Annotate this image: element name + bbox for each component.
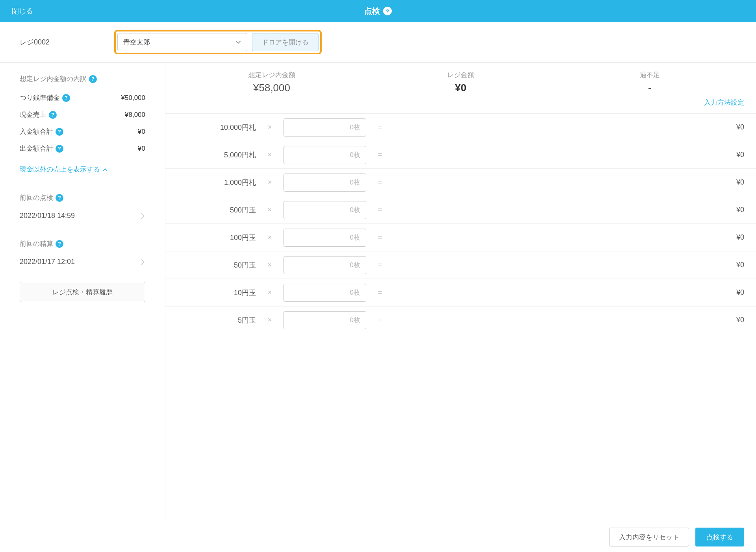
multiply-icon: × [256,288,284,297]
equals-icon: = [366,123,394,131]
equals-icon: = [366,233,394,242]
denomination-input[interactable] [284,118,366,137]
multiply-icon: × [256,316,284,324]
denomination-list: 10,000円札×=¥05,000円札×=¥01,000円札×=¥0500円玉×… [165,113,756,334]
denomination-input[interactable] [284,284,366,302]
highlighted-controls: 青空太郎 ドロアを開ける [114,30,322,54]
title-text: 点検 [364,6,380,17]
multiply-icon: × [256,233,284,242]
breakdown-value: ¥0 [138,145,145,153]
history-button[interactable]: レジ点検・精算履歴 [20,282,145,302]
open-drawer-button[interactable]: ドロアを開ける [252,33,319,51]
multiply-icon: × [256,261,284,269]
multiply-icon: × [256,178,284,186]
denomination-total: ¥0 [394,233,744,242]
denomination-row: 1,000円札×=¥0 [165,168,756,196]
last-settlement-row[interactable]: 2022/01/17 12:01 [20,254,145,274]
denomination-row: 10,000円札×=¥0 [165,113,756,141]
breakdown-item: 出金額合計? ¥0 [20,140,145,157]
expected-label: 想定レジ内金額 [177,70,366,79]
denomination-total: ¥0 [394,288,744,297]
sidebar: 想定レジ内金額の内訳 ? つり銭準備金? ¥50,000 現金売上? ¥8,00… [0,63,165,536]
help-icon[interactable]: ? [89,75,97,83]
summary-row: 想定レジ内金額 ¥58,000 レジ金額 ¥0 過不足 - [165,63,756,98]
denomination-input[interactable] [284,256,366,274]
toggle-noncash-sales[interactable]: 現金以外の売上を表示する [20,165,145,174]
equals-icon: = [366,206,394,214]
actual-value: ¥0 [366,82,555,94]
denomination-row: 5,000円札×=¥0 [165,141,756,168]
breakdown-item: 現金売上? ¥8,000 [20,106,145,123]
last-check-value: 2022/01/18 14:59 [20,212,75,220]
denomination-input[interactable] [284,174,366,192]
chevron-right-icon [141,258,145,266]
equals-icon: = [366,316,394,324]
diff-amount: 過不足 - [555,70,744,94]
equals-icon: = [366,261,394,269]
staff-select[interactable]: 青空太郎 [117,33,247,51]
denomination-total: ¥0 [394,178,744,186]
denomination-label: 100円玉 [177,233,256,242]
denomination-row: 100円玉×=¥0 [165,223,756,251]
help-icon[interactable]: ? [56,145,63,153]
last-check-title: 前回の点検 ? [20,193,145,202]
equals-icon: = [366,288,394,297]
chevron-up-icon [102,167,108,172]
help-icon[interactable]: ? [56,194,63,202]
last-settlement-value: 2022/01/17 12:01 [20,258,75,266]
help-icon[interactable]: ? [56,240,63,248]
reset-button[interactable]: 入力内容をリセット [609,528,689,536]
breakdown-label: つり銭準備金? [20,93,70,102]
main-area: 想定レジ内金額 ¥58,000 レジ金額 ¥0 過不足 - 入力方法設定 10,… [165,63,756,536]
breakdown-label: 入金額合計? [20,127,63,136]
last-check-row[interactable]: 2022/01/18 14:59 [20,208,145,228]
input-method-setting-link[interactable]: 入力方法設定 [704,99,744,106]
page-title: 点検 ? [364,6,392,17]
breakdown-value: ¥50,000 [121,94,145,102]
chevron-down-icon [235,39,241,45]
submit-button[interactable]: 点検する [695,528,744,536]
denomination-label: 1,000円札 [177,178,256,187]
actual-amount: レジ金額 ¥0 [366,70,555,94]
denomination-row: 5円玉×=¥0 [165,306,756,334]
footer: 入力内容をリセット 点検する [0,522,756,536]
equals-icon: = [366,178,394,186]
denomination-row: 50円玉×=¥0 [165,251,756,279]
denomination-total: ¥0 [394,316,744,324]
denomination-total: ¥0 [394,151,744,159]
denomination-input[interactable] [284,311,366,329]
denomination-label: 50円玉 [177,260,256,270]
denomination-label: 5,000円札 [177,150,256,160]
denomination-row: 10円玉×=¥0 [165,279,756,306]
denomination-row: 500円玉×=¥0 [165,196,756,223]
last-settlement-title: 前回の精算 ? [20,239,145,248]
register-label: レジ0002 [20,37,106,47]
multiply-icon: × [256,151,284,159]
breakdown-title: 想定レジ内金額の内訳 ? [20,74,145,83]
breakdown-item: つり銭準備金? ¥50,000 [20,89,145,106]
help-icon[interactable]: ? [62,94,70,102]
denomination-input[interactable] [284,201,366,219]
toggle-label: 現金以外の売上を表示する [20,165,100,174]
help-icon[interactable]: ? [56,128,63,136]
diff-value: - [555,82,744,94]
breakdown-value: ¥8,000 [125,111,145,119]
input-setting-row: 入力方法設定 [165,98,756,113]
help-icon[interactable]: ? [383,7,392,15]
multiply-icon: × [256,206,284,214]
denomination-total: ¥0 [394,261,744,269]
toolbar: レジ0002 青空太郎 ドロアを開ける [0,22,756,62]
expected-amount: 想定レジ内金額 ¥58,000 [177,70,366,94]
header: 閉じる 点検 ? [0,0,756,22]
close-button[interactable]: 閉じる [12,6,33,16]
help-icon[interactable]: ? [49,111,57,119]
denomination-total: ¥0 [394,206,744,214]
breakdown-label: 出金額合計? [20,144,63,153]
denomination-input[interactable] [284,146,366,164]
staff-name: 青空太郎 [123,38,150,47]
expected-value: ¥58,000 [177,82,366,94]
denomination-input[interactable] [284,229,366,247]
denomination-label: 10,000円札 [177,123,256,132]
multiply-icon: × [256,123,284,131]
breakdown-list: つり銭準備金? ¥50,000 現金売上? ¥8,000 入金額合計? ¥0 出… [20,89,145,157]
